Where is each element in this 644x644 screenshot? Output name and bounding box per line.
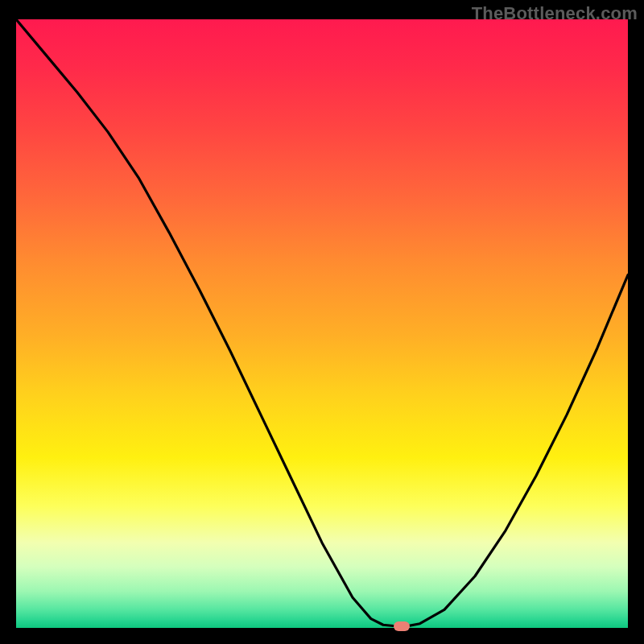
plot-wrap [16,19,628,628]
watermark-label: TheBottleneck.com [472,3,638,24]
bottleneck-curve [16,19,628,626]
optimal-marker [394,621,410,631]
chart-frame: TheBottleneck.com [0,0,644,644]
chart-svg [16,19,628,628]
